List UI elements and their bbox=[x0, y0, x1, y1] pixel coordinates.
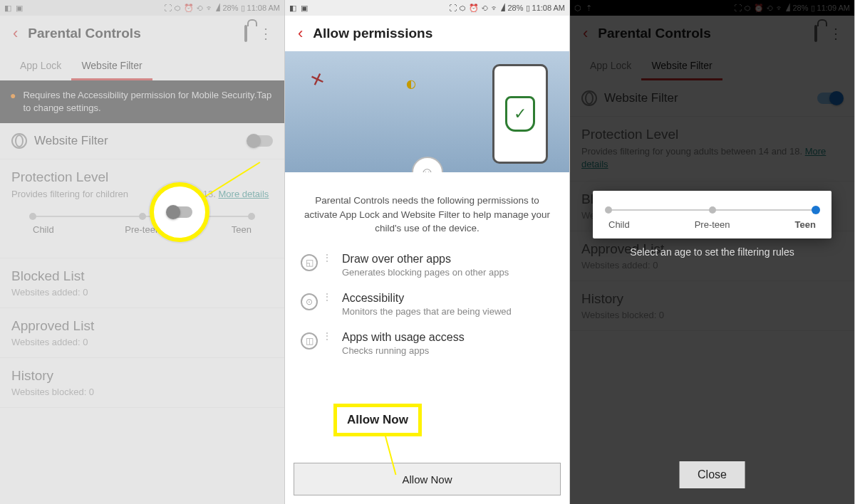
website-filter-toggle[interactable] bbox=[817, 93, 843, 104]
battery-text: 28% bbox=[507, 4, 523, 12]
history-sub: Websites blocked: 0 bbox=[581, 310, 843, 320]
status-bar: ◧▣ ⛶ ⬡ ⏰ ⟲ ᯤ ◢ 28% ▯ 11:08 AM bbox=[285, 0, 569, 16]
accessibility-warning-banner[interactable]: ● Requires the Accessibility permission … bbox=[0, 80, 284, 123]
toolbar: ‹ Parental Controls ⋮ bbox=[0, 16, 284, 51]
overlay-icon: ◱ bbox=[301, 254, 318, 271]
perm-desc: Checks running apps bbox=[342, 345, 465, 356]
battery-text: 28% bbox=[222, 4, 238, 12]
level-child[interactable]: Child bbox=[608, 219, 630, 230]
accessibility-icon: ⊙ bbox=[301, 293, 318, 310]
close-button[interactable]: Close bbox=[679, 461, 745, 488]
approved-sub: Websites added: 0 bbox=[581, 260, 843, 271]
popup-hint: Select an age to set the filtering rules bbox=[593, 246, 831, 260]
notif-icon: ▣ bbox=[16, 4, 23, 13]
protection-level-section: Protection Level Provides filtering for … bbox=[570, 117, 854, 182]
allow-now-callout: Allow Now bbox=[333, 404, 422, 436]
screen-2-allow-permissions: ◧▣ ⛶ ⬡ ⏰ ⟲ ᯤ ◢ 28% ▯ 11:08 AM ‹ Allow pe… bbox=[285, 0, 570, 504]
level-teen[interactable]: Teen bbox=[795, 219, 816, 230]
overflow-menu-icon[interactable]: ⋮ bbox=[823, 25, 847, 42]
notif-icon: ⇡ bbox=[586, 4, 592, 13]
allow-now-button[interactable]: Allow Now bbox=[294, 463, 561, 495]
toolbar: ‹ Parental Controls ⋮ bbox=[570, 16, 854, 51]
clock-text: 11:09 AM bbox=[817, 4, 850, 12]
website-filter-label: Website Filter bbox=[34, 134, 108, 148]
page-title: Parental Controls bbox=[598, 26, 809, 41]
dots-icon: ⋮ bbox=[322, 256, 332, 260]
website-filter-label: Website Filter bbox=[604, 91, 678, 105]
approved-sub: Websites added: 0 bbox=[11, 337, 273, 347]
clock-text: 11:08 AM bbox=[247, 4, 280, 12]
tab-bar: App Lock Website Filter bbox=[0, 51, 284, 80]
overflow-menu-icon[interactable]: ⋮ bbox=[253, 25, 277, 42]
battery-text: 28% bbox=[792, 4, 808, 12]
battery-icon: ▯ bbox=[526, 4, 530, 13]
tab-website-filter[interactable]: Website Filter bbox=[71, 51, 152, 80]
dots-icon: ⋮ bbox=[322, 334, 332, 338]
toggle-callout bbox=[150, 182, 209, 242]
status-icons: ⛶ ⬡ ⏰ ⟲ ᯤ ◢ bbox=[164, 4, 220, 13]
perm-draw-over-apps: ◱ ⋮ Draw over other appsGenerates blocki… bbox=[285, 246, 569, 285]
perm-title: Apps with usage access bbox=[342, 331, 465, 344]
notif-icon: ◧ bbox=[289, 4, 296, 13]
person-badge-icon: ☺ bbox=[412, 157, 443, 172]
notif-icon: ⬡ bbox=[574, 4, 581, 13]
back-button[interactable]: ‹ bbox=[7, 24, 24, 43]
protection-level-slider[interactable]: Child Pre-teen Teen bbox=[11, 201, 273, 248]
status-bar: ⬡⇡ ⛶ ⬡ ⏰ ⟲ ᯤ ◢ 28% ▯ 11:09 AM bbox=[570, 0, 854, 16]
history-title: History bbox=[11, 368, 53, 384]
blocked-sub: Websites added: 0 bbox=[11, 287, 273, 298]
clock-icon: ◐ bbox=[406, 77, 416, 90]
history-row[interactable]: History Websites blocked: 0 bbox=[0, 358, 284, 408]
protection-title: Protection Level bbox=[11, 169, 108, 185]
approved-list-row[interactable]: Approved List Websites added: 0 bbox=[0, 308, 284, 358]
battery-icon: ▯ bbox=[241, 4, 245, 13]
status-icons: ⛶ ⬡ ⏰ ⟲ ᯤ ◢ bbox=[734, 4, 790, 13]
perm-accessibility: ⊙ ⋮ AccessibilityMonitors the pages that… bbox=[285, 285, 569, 324]
globe-icon bbox=[581, 90, 597, 106]
callout-toggle-icon bbox=[167, 206, 192, 218]
tab-app-lock[interactable]: App Lock bbox=[10, 51, 71, 80]
perm-title: Draw over other apps bbox=[342, 253, 509, 266]
status-bar: ◧▣ ⛶ ⬡ ⏰ ⟲ ᯤ ◢ 28% ▯ 11:08 AM bbox=[0, 0, 284, 16]
status-icons: ⛶ ⬡ ⏰ ⟲ ᯤ ◢ bbox=[449, 4, 505, 13]
notif-icon: ◧ bbox=[4, 4, 11, 13]
website-filter-row: Website Filter bbox=[0, 123, 284, 159]
age-slider-card: Child Pre-teen Teen bbox=[593, 191, 831, 238]
blocked-list-row[interactable]: Blocked List Websites added: 0 bbox=[0, 258, 284, 308]
level-child[interactable]: Child bbox=[33, 224, 54, 235]
more-details-link[interactable]: More details bbox=[219, 189, 269, 199]
protection-desc: Provides filtering for young adults betw… bbox=[581, 145, 843, 171]
website-filter-toggle[interactable] bbox=[247, 135, 273, 147]
lock-icon[interactable] bbox=[809, 26, 823, 41]
perm-desc: Monitors the pages that are being viewed bbox=[342, 306, 512, 317]
lock-icon[interactable] bbox=[239, 26, 253, 41]
screen-3-protection-level: ⬡⇡ ⛶ ⬡ ⏰ ⟲ ᯤ ◢ 28% ▯ 11:09 AM ‹ Parental… bbox=[570, 0, 855, 504]
dots-icon: ⋮ bbox=[322, 295, 332, 299]
page-title: Allow permissions bbox=[313, 26, 562, 41]
shield-check-icon: ✓ bbox=[505, 96, 535, 132]
toolbar: ‹ Allow permissions bbox=[285, 16, 569, 51]
usage-icon: ◫ bbox=[301, 332, 318, 350]
perm-desc: Generates blocking pages on other apps bbox=[342, 267, 509, 278]
history-title: History bbox=[581, 291, 623, 307]
page-title: Parental Controls bbox=[28, 26, 239, 41]
warning-icon: ● bbox=[10, 89, 16, 115]
blocked-title: Blocked List bbox=[11, 268, 84, 284]
age-selector-popup: Child Pre-teen Teen Select an age to set… bbox=[593, 191, 831, 260]
back-button[interactable]: ‹ bbox=[577, 24, 594, 43]
battery-icon: ▯ bbox=[811, 4, 815, 13]
tab-website-filter[interactable]: Website Filter bbox=[641, 51, 722, 80]
level-teen[interactable]: Teen bbox=[232, 224, 252, 235]
protection-desc: Provides filtering for children and 13. … bbox=[11, 188, 273, 201]
perm-usage-access: ◫ ⋮ Apps with usage accessChecks running… bbox=[285, 324, 569, 363]
notif-icon: ▣ bbox=[301, 4, 308, 13]
tab-app-lock[interactable]: App Lock bbox=[580, 51, 641, 80]
history-row[interactable]: History Websites blocked: 0 bbox=[570, 281, 854, 331]
level-preteen[interactable]: Pre-teen bbox=[695, 219, 730, 230]
back-button[interactable]: ‹ bbox=[292, 24, 309, 43]
permissions-description: Parental Controls needs the following pe… bbox=[285, 172, 569, 246]
tab-bar: App Lock Website Filter bbox=[570, 51, 854, 80]
hero-illustration: ✕ ◐ ✓ ☺ bbox=[285, 51, 569, 172]
screen-1-parental-controls: ◧▣ ⛶ ⬡ ⏰ ⟲ ᯤ ◢ 28% ▯ 11:08 AM ‹ Parental… bbox=[0, 0, 285, 504]
globe-icon bbox=[11, 133, 27, 149]
